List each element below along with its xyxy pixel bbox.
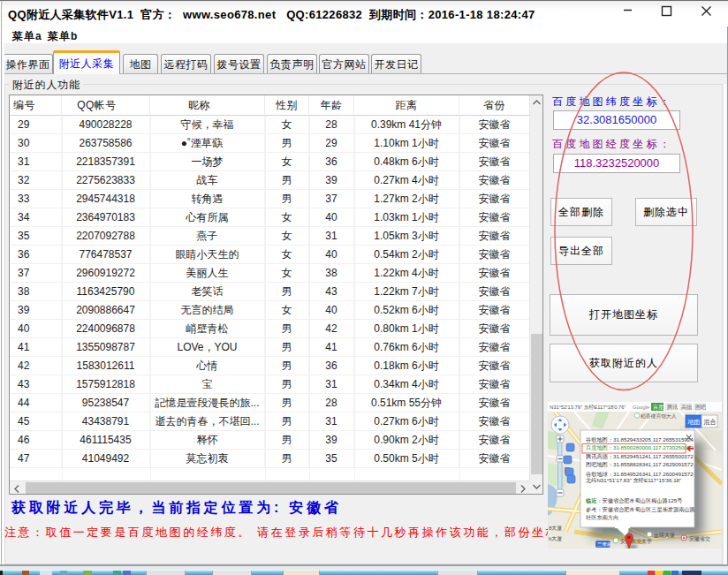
svg-text:N31°52'13.79" 东经E117°18'0.76": N31°52'13.79" 东经E117°18'0.76" — [550, 404, 626, 410]
svg-text:腾讯高德：31.8529451241,117.2655500: 腾讯高德：31.8529451241,117.2655500372 — [586, 453, 694, 460]
svg-text:高德: 高德 — [681, 404, 693, 411]
svg-text:稻香楼宾馆大入: 稻香楼宾馆大入 — [641, 412, 677, 420]
svg-text:北纬N31°51'17.83" 东经E117°15'36.1: 北纬N31°51'17.83" 东经E117°15'36.18" — [586, 477, 681, 484]
svg-text:临近：安徽省合肥市蜀山区梅山路125号: 临近：安徽省合肥市蜀山区梅山路125号 — [586, 497, 682, 504]
svg-text:参考：安徽省合肥市蜀山区三星衝发源南山路: 参考：安徽省合肥市蜀山区三星衝发源南山路 — [586, 506, 695, 513]
svg-text:图吧地图：31.8558828341,117.2629091: 图吧地图：31.8558828341,117.2629091572 — [586, 461, 694, 468]
svg-text:混合: 混合 — [703, 419, 717, 426]
svg-text:Google: Google — [633, 405, 650, 410]
svg-text:金陵大厦: 金陵大厦 — [653, 532, 675, 539]
svg-text:b大厦: b大厦 — [549, 535, 562, 542]
svg-text:百度: 百度 — [653, 404, 664, 411]
svg-text:谷歌地图：31.8529433205,117.2655315: 谷歌地图：31.8529433205,117.2655315924 — [585, 436, 694, 443]
svg-text:图吧: 图吧 — [695, 405, 706, 411]
svg-text:地图: 地图 — [687, 419, 701, 426]
svg-text:三孝南: 三孝南 — [597, 541, 612, 547]
svg-text:社区东南方向: 社区东南方向 — [586, 514, 618, 521]
svg-text:腾讯: 腾讯 — [667, 404, 678, 410]
svg-text:安徽省交: 安徽省交 — [689, 535, 710, 542]
svg-text:8大厦: 8大厦 — [549, 525, 562, 532]
svg-text:百度地图：31.8500280000,117.2720250: 百度地图：31.8500280000,117.2720250000 — [586, 444, 694, 451]
svg-text:安徽农业大学: 安徽农业大学 — [620, 538, 652, 545]
